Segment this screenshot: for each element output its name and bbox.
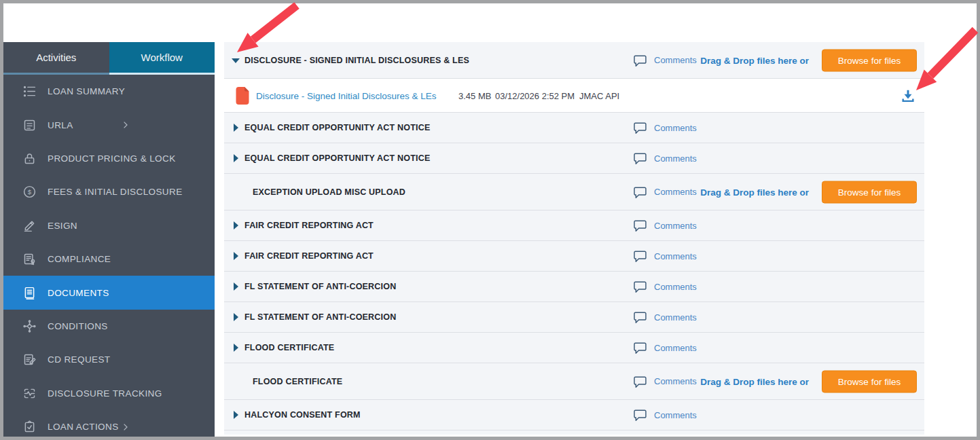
browse-for-files-button[interactable]: Browse for files (822, 49, 917, 71)
document-title: FLOOD CERTIFICATE (253, 377, 342, 386)
caret-right-icon[interactable] (232, 411, 239, 418)
sidebar-item-label: CD REQUEST (48, 354, 111, 365)
document-row-fair-credit-reporting-act: FAIR CREDIT REPORTING ACTComments (224, 210, 924, 241)
document-row-disclosure-signed-initial-disclosures-les: DISCLOSURE - SIGNED INITIAL DISCLOSURES … (224, 42, 924, 79)
document-title: DISCLOSURE - SIGNED INITIAL DISCLOSURES … (244, 56, 469, 65)
sidebar-item-loan-actions[interactable]: LOAN ACTIONS (3, 410, 215, 440)
sidebar-tabs: Activities Workflow (3, 42, 215, 75)
comments-label: Comments (654, 251, 697, 261)
comments-label: Comments (654, 55, 697, 65)
comments-button[interactable]: Comments (632, 249, 697, 263)
document-list: DISCLOSURE - SIGNED INITIAL DISCLOSURES … (224, 42, 924, 435)
chevron-right-icon (120, 120, 130, 130)
comments-button[interactable]: Comments (632, 408, 697, 422)
document-row-halcyon-consent-form: HALCYON CONSENT FORMComments (224, 400, 924, 430)
tab-activities[interactable]: Activities (3, 42, 109, 75)
comments-label: Comments (654, 187, 697, 197)
document-row-flood-certificate: FLOOD CERTIFICATECommentsDrag & Drop fil… (224, 363, 924, 400)
comments-label: Comments (654, 282, 697, 292)
document-row-exception-upload-misc-upload: EXCEPTION UPLOAD MISC UPLOADCommentsDrag… (224, 174, 924, 210)
sidebar-item-label: ESIGN (48, 221, 77, 231)
comments-button[interactable]: Comments (632, 185, 697, 199)
comments-button[interactable]: Comments (632, 280, 697, 293)
caret-down-icon[interactable] (232, 57, 239, 64)
tab-workflow[interactable]: Workflow (109, 42, 215, 75)
comment-bubble-icon (632, 375, 648, 388)
sidebar-item-esign[interactable]: ESIGN (3, 209, 215, 242)
drag-drop-label: Drag & Drop files here or (700, 187, 809, 197)
comments-button[interactable]: Comments (632, 219, 697, 232)
drag-drop-label: Drag & Drop files here or (700, 55, 809, 65)
comment-bubble-icon (632, 219, 648, 232)
document-title: FL STATEMENT OF ANTI-COERCION (244, 282, 396, 291)
sidebar-item-loan-summary[interactable]: LOAN SUMMARY (3, 75, 215, 108)
document-row-flood-certificate: FLOOD CERTIFICATEComments (224, 333, 924, 363)
conditions-icon (22, 318, 37, 333)
document-row-equal-credit-opportunity-act-notice: EQUAL CREDIT OPPORTUNITY ACT NOTICEComme… (224, 113, 924, 143)
caret-right-icon[interactable] (232, 314, 239, 320)
sidebar: Activities Workflow LOAN SUMMARYURLAPROD… (3, 42, 215, 437)
comments-button[interactable]: Comments (632, 310, 697, 324)
caret-right-icon[interactable] (232, 124, 239, 131)
sidebar-item-fees-initial-disclosure[interactable]: $FEES & INITIAL DISCLOSURE (3, 175, 215, 208)
sidebar-item-label: COMPLIANCE (48, 254, 111, 264)
caret-right-icon[interactable] (232, 344, 239, 351)
document-title: FAIR CREDIT REPORTING ACT (244, 221, 374, 230)
file-source: JMAC API (579, 90, 619, 100)
comments-button[interactable]: Comments (632, 151, 697, 165)
comment-bubble-icon (632, 408, 648, 422)
comment-bubble-icon (632, 310, 648, 324)
comments-label: Comments (654, 123, 697, 133)
browse-for-files-button[interactable]: Browse for files (822, 181, 917, 203)
document-icon (22, 285, 37, 300)
comments-button[interactable]: Comments (632, 375, 697, 388)
sidebar-item-product-pricing-lock[interactable]: PRODUCT PRICING & LOCK (3, 142, 215, 175)
sidebar-item-urla[interactable]: URLA (3, 108, 215, 141)
comments-button[interactable]: Comments (632, 341, 697, 354)
clipboard-check-icon (22, 420, 37, 435)
sidebar-item-label: DOCUMENTS (48, 288, 109, 298)
document-title: EXCEPTION UPLOAD MISC UPLOAD (253, 187, 405, 197)
document-row-partial (224, 430, 924, 435)
caret-right-icon[interactable] (232, 222, 239, 229)
urla-doc-icon (22, 117, 37, 132)
svg-text:$: $ (28, 188, 32, 196)
comments-button[interactable]: Comments (632, 121, 697, 134)
document-row-equal-credit-opportunity-act-notice: EQUAL CREDIT OPPORTUNITY ACT NOTICEComme… (224, 143, 924, 174)
comments-label: Comments (654, 153, 697, 164)
document-row-fl-statement-of-anti-coercion: FL STATEMENT OF ANTI-COERCIONComments (224, 302, 924, 333)
sidebar-item-label: PRODUCT PRICING & LOCK (48, 153, 176, 164)
caret-right-icon[interactable] (232, 253, 239, 259)
document-title: HALCYON CONSENT FORM (244, 410, 361, 420)
caret-right-icon[interactable] (232, 155, 239, 162)
file-icon[interactable] (234, 86, 251, 105)
comments-label: Comments (654, 343, 697, 353)
document-row-fl-statement-of-anti-coercion: FL STATEMENT OF ANTI-COERCIONComments (224, 272, 924, 302)
document-title: EQUAL CREDIT OPPORTUNITY ACT NOTICE (244, 123, 430, 132)
sidebar-item-disclosure-tracking[interactable]: DISCLOSURE TRACKING (3, 377, 215, 410)
comments-button[interactable]: Comments (632, 54, 697, 67)
comment-bubble-icon (632, 151, 648, 165)
file-link[interactable]: Disclosure - Signed Initial Disclosures … (256, 90, 437, 100)
comment-bubble-icon (632, 249, 648, 263)
clipboard-pen-icon (22, 352, 37, 367)
document-title: FLOOD CERTIFICATE (244, 343, 334, 352)
sidebar-item-conditions[interactable]: CONDITIONS (3, 310, 215, 343)
chevron-right-icon (120, 422, 130, 432)
comment-bubble-icon (632, 341, 648, 354)
document-title: FAIR CREDIT REPORTING ACT (244, 251, 374, 261)
browse-for-files-button[interactable]: Browse for files (822, 370, 917, 392)
download-icon[interactable] (901, 88, 915, 103)
certificate-icon (22, 252, 37, 267)
sidebar-item-compliance[interactable]: COMPLIANCE (3, 242, 215, 276)
dollar-icon: $ (22, 185, 37, 200)
sidebar-item-documents[interactable]: DOCUMENTS (3, 276, 215, 309)
sidebar-item-label: DISCLOSURE TRACKING (48, 388, 162, 399)
comments-label: Comments (654, 376, 697, 386)
file-row: Disclosure - Signed Initial Disclosures … (224, 79, 924, 113)
sidebar-item-label: CONDITIONS (48, 321, 108, 331)
sidebar-item-cd-request[interactable]: CD REQUEST (3, 343, 215, 376)
caret-right-icon[interactable] (232, 283, 239, 290)
document-row-fair-credit-reporting-act: FAIR CREDIT REPORTING ACTComments (224, 241, 924, 272)
document-title: FL STATEMENT OF ANTI-COERCION (244, 312, 396, 322)
